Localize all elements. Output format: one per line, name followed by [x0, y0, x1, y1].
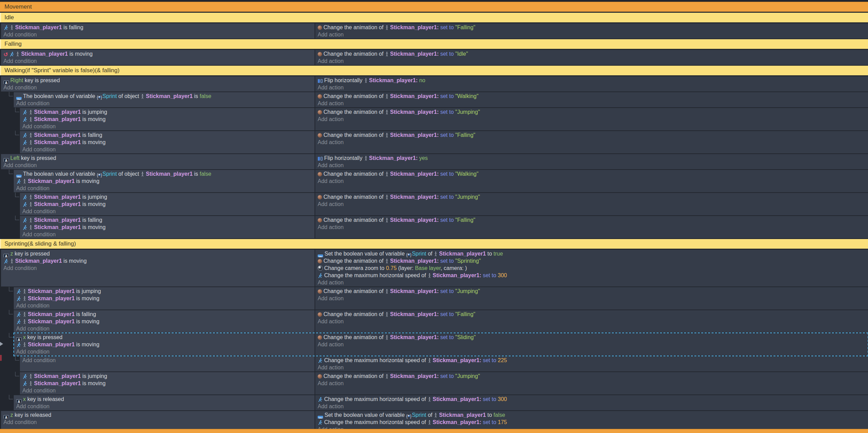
- action-row[interactable]: Change the animation of Stickman_player1…: [318, 131, 868, 139]
- actions-cell[interactable]: Flip horizontally Stickman_player1: noAd…: [315, 76, 868, 91]
- add-condition-link[interactable]: Add condition: [16, 100, 315, 107]
- conditions-cell[interactable]: Ax key is pressedStickman_player1 is mov…: [14, 333, 315, 356]
- add-condition-link[interactable]: Add condition: [3, 264, 315, 272]
- condition-row[interactable]: Az key is released: [3, 411, 315, 419]
- conditions-cell[interactable]: Stickman_player1 is fallingStickman_play…: [20, 131, 315, 153]
- conditions-cell[interactable]: Stickman_player1 is fallingAdd condition: [1, 23, 315, 39]
- action-row[interactable]: Change the animation of Stickman_player1…: [318, 170, 868, 177]
- condition-row[interactable]: Ax key is pressed: [16, 334, 315, 341]
- group-header-next-group-partial[interactable]: [0, 429, 868, 433]
- condition-row[interactable]: ↺Stickman_player1 is moving: [3, 50, 315, 57]
- add-action-link[interactable]: Add action: [318, 139, 868, 146]
- action-row[interactable]: Change the animation of Stickman_player1…: [318, 372, 868, 380]
- action-row[interactable]: Change the animation of Stickman_player1…: [318, 108, 868, 116]
- action-row[interactable]: Change the animation of Stickman_player1…: [318, 50, 868, 57]
- event-row[interactable]: Stickman_player1 is jumpingStickman_play…: [14, 287, 868, 310]
- condition-row[interactable]: Az key is pressed: [3, 250, 315, 257]
- condition-row[interactable]: Stickman_player1 is falling: [16, 311, 315, 318]
- event-row[interactable]: ALeft key is pressedAdd conditionFlip ho…: [1, 154, 868, 169]
- event-row[interactable]: Stickman_player1 is fallingStickman_play…: [14, 310, 868, 333]
- event-row[interactable]: Stickman_player1 is jumpingStickman_play…: [20, 108, 868, 130]
- condition-row[interactable]: Stickman_player1 is falling: [22, 216, 315, 224]
- event-row[interactable]: Az key is pressedStickman_player1 is mov…: [1, 250, 868, 286]
- action-row[interactable]: Flip horizontally Stickman_player1: yes: [318, 154, 868, 162]
- add-condition-link[interactable]: Add condition: [22, 231, 315, 238]
- group-header-walking[interactable]: Walking(if "Sprint" variable is false)(&…: [0, 66, 868, 75]
- action-row[interactable]: Flip horizontally Stickman_player1: no: [318, 77, 868, 84]
- condition-row[interactable]: Ax key is released: [16, 396, 315, 403]
- actions-cell[interactable]: Change the animation of Stickman_player1…: [315, 131, 868, 153]
- event-row[interactable]: VarThe boolean value of variable {}Sprin…: [14, 92, 868, 107]
- add-action-link[interactable]: Add action: [318, 380, 868, 387]
- action-row[interactable]: Change the animation of Stickman_player1…: [318, 193, 868, 201]
- conditions-cell[interactable]: VarThe boolean value of variable {}Sprin…: [14, 170, 315, 192]
- event-row[interactable]: VarThe boolean value of variable {}Sprin…: [14, 170, 868, 192]
- condition-row[interactable]: Stickman_player1 is jumping: [22, 193, 315, 201]
- add-condition-link[interactable]: Add condition: [22, 123, 315, 130]
- add-condition-link[interactable]: Add condition: [16, 302, 315, 309]
- add-action-link[interactable]: Add action: [318, 31, 868, 38]
- action-row[interactable]: Change the animation of Stickman_player1…: [318, 288, 868, 295]
- actions-cell[interactable]: Change the animation of Stickman_player1…: [315, 170, 868, 192]
- event-row[interactable]: Add conditionChange the maximum horizont…: [20, 356, 868, 371]
- condition-row[interactable]: Stickman_player1 is moving: [22, 139, 315, 146]
- add-action-link[interactable]: Add action: [318, 364, 868, 371]
- group-header-falling[interactable]: Falling: [0, 39, 868, 49]
- action-row[interactable]: Change the animation of Stickman_player1…: [318, 216, 868, 224]
- actions-cell[interactable]: Change the animation of Stickman_player1…: [315, 23, 868, 39]
- actions-cell[interactable]: Change the animation of Stickman_player1…: [315, 287, 868, 310]
- conditions-cell[interactable]: Az key is pressedStickman_player1 is mov…: [1, 250, 315, 286]
- event-row[interactable]: ARight key is pressedAdd conditionFlip h…: [1, 76, 868, 91]
- condition-row[interactable]: Stickman_player1 is moving: [3, 257, 315, 264]
- add-action-link[interactable]: Add action: [318, 318, 868, 325]
- condition-row[interactable]: Stickman_player1 is jumping: [16, 288, 315, 295]
- actions-cell[interactable]: Change the animation of Stickman_player1…: [315, 333, 868, 356]
- group-header-movement[interactable]: Movement: [0, 2, 868, 12]
- add-action-link[interactable]: Add action: [318, 100, 868, 107]
- add-action-link[interactable]: Add action: [318, 57, 868, 65]
- action-row[interactable]: Change camera zoom to 0.75 (layer: Base …: [318, 264, 868, 272]
- group-header-idle[interactable]: Idle: [0, 13, 868, 22]
- add-action-link[interactable]: Add action: [318, 279, 868, 286]
- condition-row[interactable]: ARight key is pressed: [3, 77, 315, 84]
- add-action-link[interactable]: Add action: [318, 116, 868, 123]
- conditions-cell[interactable]: Stickman_player1 is fallingStickman_play…: [14, 310, 315, 333]
- actions-cell[interactable]: Change the animation of Stickman_player1…: [315, 108, 868, 130]
- event-row[interactable]: ↺Stickman_player1 is movingAdd condition…: [1, 50, 868, 65]
- group-header-sprinting[interactable]: Sprinting(& sliding & falling): [0, 239, 868, 249]
- add-action-link[interactable]: Add action: [318, 177, 868, 185]
- conditions-cell[interactable]: ARight key is pressedAdd condition: [1, 76, 315, 91]
- add-action-link[interactable]: Add action: [318, 341, 868, 348]
- action-row[interactable]: Change the animation of Stickman_player1…: [318, 257, 868, 264]
- condition-row[interactable]: Stickman_player1 is moving: [16, 177, 315, 185]
- add-condition-link[interactable]: Add condition: [16, 403, 315, 410]
- action-row[interactable]: Change the animation of Stickman_player1…: [318, 24, 868, 31]
- add-condition-link[interactable]: Add condition: [3, 31, 315, 38]
- add-action-link[interactable]: Add action: [318, 224, 868, 231]
- condition-row[interactable]: Stickman_player1 is falling: [3, 24, 315, 31]
- action-row[interactable]: Change the maximum horizontal speed of S…: [318, 396, 868, 403]
- condition-row[interactable]: VarThe boolean value of variable {}Sprin…: [16, 93, 315, 100]
- condition-row[interactable]: Stickman_player1 is moving: [16, 341, 315, 348]
- action-row[interactable]: Change the animation of Stickman_player1…: [318, 311, 868, 318]
- condition-row[interactable]: ALeft key is pressed: [3, 154, 315, 162]
- condition-row[interactable]: Stickman_player1 is jumping: [22, 372, 315, 380]
- add-condition-link[interactable]: Add condition: [3, 57, 315, 65]
- condition-row[interactable]: Stickman_player1 is moving: [22, 224, 315, 231]
- event-row[interactable]: Stickman_player1 is jumpingStickman_play…: [20, 193, 868, 215]
- conditions-cell[interactable]: Stickman_player1 is jumpingStickman_play…: [20, 372, 315, 394]
- event-row[interactable]: Ax key is releasedAdd conditionChange th…: [14, 395, 868, 410]
- add-condition-link[interactable]: Add condition: [22, 208, 315, 215]
- actions-cell[interactable]: Change the animation of Stickman_player1…: [315, 372, 868, 394]
- condition-row[interactable]: Stickman_player1 is moving: [22, 201, 315, 208]
- actions-cell[interactable]: Change the animation of Stickman_player1…: [315, 310, 868, 333]
- add-condition-link[interactable]: Add condition: [3, 419, 315, 426]
- action-row[interactable]: VarSet the boolean value of variable {}S…: [318, 250, 868, 257]
- actions-cell[interactable]: Change the animation of Stickman_player1…: [315, 92, 868, 107]
- condition-row[interactable]: Stickman_player1 is jumping: [22, 108, 315, 116]
- add-action-link[interactable]: Add action: [318, 162, 868, 169]
- conditions-cell[interactable]: Stickman_player1 is fallingStickman_play…: [20, 216, 315, 238]
- condition-row[interactable]: Stickman_player1 is falling: [22, 131, 315, 139]
- actions-cell[interactable]: Change the animation of Stickman_player1…: [315, 193, 868, 215]
- add-action-link[interactable]: Add action: [318, 84, 868, 91]
